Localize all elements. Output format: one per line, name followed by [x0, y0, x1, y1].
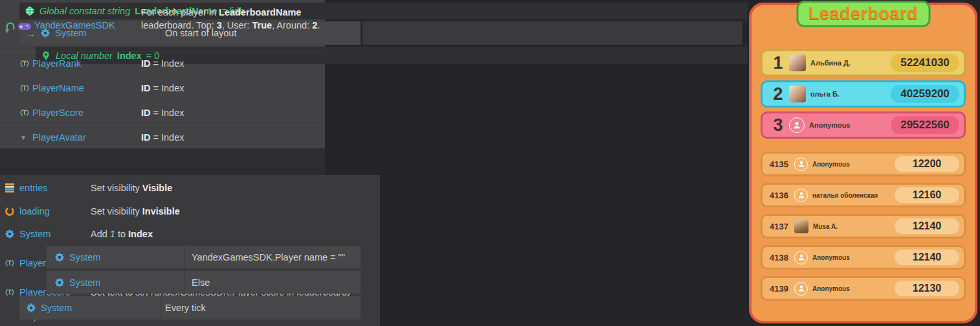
leaderboard-rows: 1 Альбина Д. 52241030 2 ольга Б. 4025920… [761, 49, 966, 307]
condition-text: YandexGamesSDK.Player name = "" [192, 252, 345, 262]
leaderboard-row: 3 Anonymous 29522560 [761, 111, 966, 139]
yandex-games-sdk-icon [17, 21, 32, 31]
player-name: наталья оболенская [812, 192, 891, 199]
gear-icon [54, 252, 65, 262]
rank: 4138 [767, 253, 794, 262]
player-name: Anonymous [812, 254, 891, 261]
action-text: Set visibility Visible [91, 182, 373, 194]
score-badge: 12130 [895, 281, 959, 296]
score-badge: 12140 [895, 250, 959, 265]
action-text: Add 1 to Index [91, 228, 373, 240]
object-name: System [41, 303, 72, 313]
sub-condition-row[interactable]: PlayerName ID = Index [0, 76, 325, 100]
condition-text: ID = Index [141, 58, 184, 69]
score-badge: 12140 [895, 218, 959, 234]
condition-text: ID = Index [141, 83, 184, 93]
anonymous-avatar-icon [794, 251, 808, 264]
object-name: System [69, 252, 100, 262]
leaderboard-row: 4137 Musa A. 12140 [761, 214, 966, 239]
action-row[interactable]: System Add 1 to Index [0, 222, 380, 246]
player-avatar [789, 86, 806, 102]
condition-text: ID = Index [141, 108, 184, 118]
object-name: System [69, 277, 100, 288]
anonymous-avatar-icon [794, 189, 808, 202]
rank: 4139 [767, 284, 794, 294]
text-object-icon [19, 108, 30, 118]
sub-event-condition-cell[interactable]: Else [184, 271, 361, 294]
rank: 4135 [767, 159, 794, 169]
condition-text: Every tick [161, 296, 361, 320]
player-avatar [789, 54, 806, 71]
action-object: entries [19, 183, 48, 193]
start-event-actions-cell[interactable] [362, 21, 742, 45]
anonymous-avatar-icon [794, 282, 808, 296]
sub-condition-row[interactable]: PlayerScore ID = Index [0, 100, 325, 125]
sub-event-object-cell[interactable]: System [47, 271, 184, 294]
for-each-loop-icon [5, 20, 16, 32]
object-name: PlayerRank [32, 58, 81, 69]
text-object-icon [19, 83, 30, 93]
rank: 3 [767, 117, 789, 134]
object-name: PlayerScore [32, 108, 84, 118]
leaderboard-title: Leaderboard [796, 1, 930, 27]
leaderboard-row: 4139 Anonymous 12130 [761, 276, 966, 301]
rank: 4137 [767, 222, 794, 231]
gear-icon [54, 277, 65, 288]
score-badge: 12160 [895, 187, 959, 203]
foreach-condition-block[interactable]: YandexGamesSDK For each player in Leader… [0, 0, 325, 148]
rank: 2 [767, 86, 789, 103]
player-avatar [794, 219, 808, 233]
action-object: System [19, 229, 50, 239]
score-badge: 40259200 [891, 85, 959, 103]
sub-event-condition-cell[interactable]: YandexGamesSDK.Player name = "" [184, 246, 361, 268]
leaderboard-row: 4138 Anonymous 12140 [761, 245, 966, 270]
player-name: Альбина Д. [810, 59, 887, 67]
anonymous-avatar-icon [789, 117, 805, 133]
leaderboard-row: 2 ольга Б. 40259200 [761, 80, 966, 108]
gear-icon [26, 303, 36, 313]
loading-spinner-icon [5, 206, 15, 216]
condition-text: For each player in LeaderboardName leade… [141, 6, 322, 32]
leaderboard-row: 1 Альбина Д. 52241030 [761, 49, 966, 76]
gear-icon [5, 229, 15, 239]
text-object-icon [5, 258, 15, 268]
object-name: PlayerName [32, 83, 84, 93]
action-row[interactable]: entries Set visibility Visible [0, 176, 380, 200]
object-name: PlayerAvatar [32, 132, 86, 143]
text-object-icon [5, 287, 15, 297]
rows-gap [761, 143, 966, 152]
rank: 1 [767, 54, 789, 72]
player-name: Musa A. [813, 223, 891, 230]
tick-event-condition-cell[interactable]: System Every tick [19, 296, 361, 320]
sub-condition-row[interactable]: PlayerAvatar ID = Index [0, 125, 325, 150]
action-object: loading [19, 206, 50, 216]
player-name: Anonymous [812, 285, 891, 292]
score-badge: 52241030 [891, 54, 959, 72]
condition-text: ID = Index [141, 132, 184, 143]
player-name: ольга Б. [810, 90, 887, 98]
foreach-block-tail [0, 148, 325, 175]
sub-event-object-cell[interactable]: System [47, 246, 184, 268]
rank: 4136 [767, 191, 794, 200]
score-badge: 12200 [895, 156, 959, 172]
leaderboard-row: 4135 Anonymous 12200 [761, 152, 966, 176]
score-badge: 29522560 [891, 116, 959, 134]
player-name: Anonymous [812, 161, 891, 168]
anonymous-avatar-icon [794, 157, 808, 171]
text-object-icon [19, 58, 30, 69]
leaderboard-panel: Leaderboard 1 Альбина Д. 52241030 2 ольг… [749, 3, 977, 323]
sub-condition-row[interactable]: PlayerRank ID = Index [0, 51, 325, 76]
leaderboard-row: 4136 наталья оболенская 12160 [761, 183, 966, 207]
action-row[interactable]: loading Set visibility Invisible [0, 200, 380, 222]
object-name: YandexGamesSDK [34, 20, 115, 30]
action-text: Set visibility Invisible [91, 205, 373, 217]
player-name: Anonymous [809, 121, 887, 129]
condition-text: Else [192, 277, 210, 288]
foreach-main-condition[interactable]: YandexGamesSDK For each player in Leader… [0, 0, 325, 51]
entries-icon [5, 183, 15, 193]
